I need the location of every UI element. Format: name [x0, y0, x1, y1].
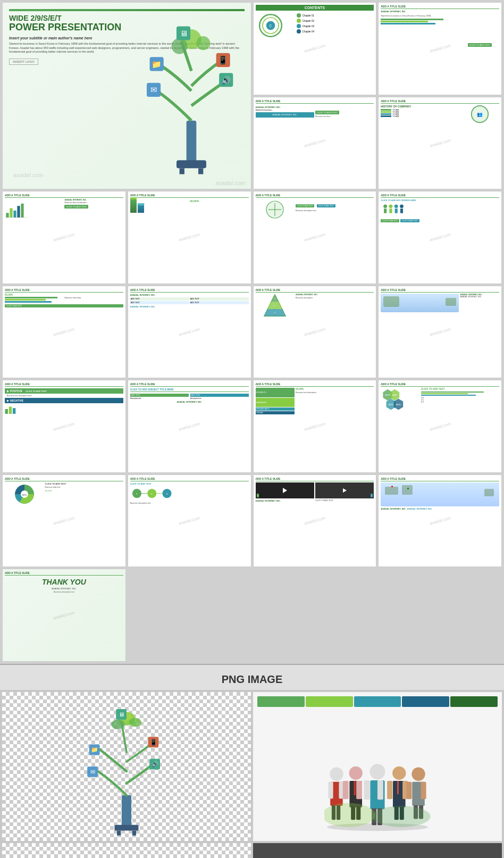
- svg-point-101: [370, 764, 385, 779]
- svg-point-34: [389, 205, 393, 209]
- slide-thank-you[interactable]: ADD A TITLE SLIDE THANK YOU ASADAL INTER…: [2, 569, 126, 662]
- svg-point-6: [196, 36, 210, 50]
- png-section-label: PNG IMAGE: [0, 664, 504, 690]
- svg-rect-35: [390, 209, 392, 213]
- svg-rect-70: [122, 795, 131, 829]
- svg-rect-2: [179, 168, 184, 174]
- svg-point-107: [392, 767, 406, 780]
- slide-swot[interactable]: ADD A TITLE SLIDE STRENGTH WEAKNESS OPPO…: [253, 380, 377, 473]
- svg-rect-39: [400, 209, 403, 213]
- svg-rect-26: [17, 206, 20, 218]
- hero-slide[interactable]: WIDE 2/9/S/E/T POWER PRESENTATION Insert…: [2, 2, 251, 189]
- slide-text-1: ASADAL INTERNET, INC. Started its busine…: [381, 10, 459, 80]
- svg-text:📁: 📁: [152, 60, 162, 69]
- slide-positive-negative[interactable]: ADD A TITLE SLIDE ▶POSITIVE CLICK TO ADD…: [2, 380, 126, 473]
- chapter1-label: Chapter 01: [303, 14, 314, 17]
- svg-rect-1: [177, 160, 206, 168]
- svg-rect-73: [132, 831, 136, 836]
- svg-rect-72: [117, 831, 121, 836]
- slide-video[interactable]: ADD A TITLE SLIDE 3 ASADAL INTERNET, INC…: [253, 474, 377, 568]
- svg-rect-71: [115, 825, 139, 831]
- slide-connected-circles[interactable]: ADD A TITLE SLIDE CLICK TO ADD TEXT T E …: [128, 474, 251, 568]
- svg-text:ADD: ADD: [396, 403, 401, 406]
- svg-point-94: [349, 767, 363, 780]
- svg-text:2: 2: [274, 304, 275, 306]
- slides-section: WIDE 2/9/S/E/T POWER PRESENTATION Insert…: [0, 0, 504, 664]
- svg-rect-100: [354, 781, 356, 795]
- company-name-1: ASADAL INTERNET, INC.: [381, 10, 459, 13]
- swot-strength: STRENGTH: [256, 388, 295, 397]
- svg-text:X: X: [166, 493, 167, 495]
- hero-logo: INSERT LOGO: [9, 59, 38, 65]
- slide-add-text[interactable]: ADD A TITLE SLIDE CLICK TO ADD TEXT CLIC…: [253, 191, 377, 284]
- chapter3-label: Chapter 03: [303, 25, 314, 28]
- svg-rect-117: [421, 782, 426, 799]
- svg-text:C: C: [269, 24, 272, 28]
- slide-history[interactable]: ADD A TITLE SLIDE HISTORY OF COMPANY YY-…: [378, 97, 502, 190]
- svg-text:ADD: ADD: [389, 403, 393, 406]
- slide-hexagons[interactable]: ADD A TITLE SLIDE ADD ADD ADD ADD: [378, 380, 502, 473]
- svg-rect-0: [186, 121, 196, 165]
- slide-add-title-2[interactable]: ADD A TITLE SLIDE ASADAL INTERNET, INC. …: [253, 97, 377, 190]
- svg-rect-23: [6, 213, 9, 218]
- slide-bars-1[interactable]: ADD A TITLE SLIDE ASADAL INTER: [2, 191, 126, 284]
- svg-point-5: [171, 38, 187, 54]
- svg-point-114: [411, 767, 425, 780]
- svg-text:✉: ✉: [150, 85, 157, 94]
- slide-percent-1[interactable]: ADD A TITLE SLIDE 00.00%: [128, 191, 251, 284]
- swot-opportunity: OPPORTUNITY: [256, 407, 295, 411]
- watermark-contents: asadal.com: [304, 44, 326, 54]
- png-tree-item: ✉ 🔊 📁 📱 🖥: [2, 692, 251, 841]
- svg-rect-48: [5, 409, 8, 414]
- svg-point-122: [373, 806, 431, 827]
- svg-point-32: [383, 205, 387, 209]
- click-btn-1[interactable]: CLICK TO ADD TEXT: [468, 43, 492, 47]
- svg-text:ADD: ADD: [392, 394, 397, 396]
- slide-subject-title[interactable]: ADD A TITLE SLIDE CLICK TO ADD SUBJECT T…: [128, 380, 251, 473]
- svg-text:🔊: 🔊: [221, 76, 231, 85]
- slide-circle-chart[interactable]: ADD A TITLE SLIDE 00%: [2, 474, 126, 568]
- png-stick-figures: [253, 843, 502, 858]
- svg-rect-37: [395, 209, 398, 213]
- slide-add-title-1[interactable]: ADD A TITLE SLIDE ASADAL INTERNET, INC. …: [378, 2, 502, 95]
- svg-point-121: [324, 803, 375, 827]
- svg-rect-24: [10, 209, 12, 218]
- thank-you-text: THANK YOU: [5, 578, 123, 586]
- svg-text:📱: 📱: [150, 739, 157, 746]
- svg-rect-97: [356, 781, 362, 799]
- svg-text:🖥: 🖥: [179, 29, 187, 38]
- slide-swot-percent[interactable]: ADD A TITLE SLIDE 00.00% Business chart …: [2, 286, 126, 379]
- png-swatches-people: [253, 692, 502, 841]
- svg-text:T: T: [136, 493, 138, 495]
- svg-text:📁: 📁: [91, 746, 98, 753]
- png-section: ✉ 🔊 📁 📱 🖥: [0, 690, 504, 858]
- svg-point-38: [400, 205, 404, 209]
- contents-title: CONTENTS: [256, 5, 374, 11]
- svg-point-88: [330, 767, 343, 780]
- svg-text:3: 3: [274, 312, 275, 314]
- slide-key-words[interactable]: ADD A TITLE SLIDE CLICK TO ADD KEY WORDS…: [378, 191, 502, 284]
- svg-text:📱: 📱: [218, 55, 228, 65]
- swot-weakness: WEAKNESS: [256, 398, 295, 407]
- slide-contents[interactable]: CONTENTS C Chapter 01 Chapter 02: [253, 2, 377, 95]
- svg-rect-33: [384, 209, 387, 213]
- slide-world-map-2[interactable]: ADD A TITLE SLIDE ASADAL INTERNET, INC. …: [378, 474, 502, 568]
- hero-graphic: ✉ 🔊 📁 📱 🖥: [132, 3, 251, 189]
- svg-rect-104: [377, 780, 383, 799]
- svg-rect-103: [364, 780, 370, 799]
- slide-table-1[interactable]: ADD A TITLE SLIDE ASADAL INTERNET, INC. …: [128, 286, 251, 379]
- svg-rect-50: [13, 408, 15, 414]
- watermark-2: asadal.com: [304, 138, 326, 148]
- chapter2-label: Chapter 02: [303, 20, 314, 22]
- svg-text:ADD: ADD: [385, 394, 390, 396]
- svg-rect-49: [9, 407, 12, 414]
- slide-pyramid[interactable]: ADD A TITLE SLIDE 1 2 3: [253, 286, 377, 379]
- png-grid: ✉ 🔊 📁 📱 🖥: [2, 692, 502, 858]
- svg-text:✉: ✉: [90, 768, 95, 774]
- svg-text:🔊: 🔊: [152, 761, 159, 768]
- chapter4-label: Chapter 04: [303, 30, 314, 33]
- slide-world-map[interactable]: ADD A TITLE SLIDE ASADAL INTERNET, INC. …: [378, 286, 502, 379]
- svg-rect-25: [13, 211, 16, 218]
- svg-rect-116: [406, 782, 411, 799]
- add-title-header-1: ADD A TITLE SLIDE: [381, 5, 499, 9]
